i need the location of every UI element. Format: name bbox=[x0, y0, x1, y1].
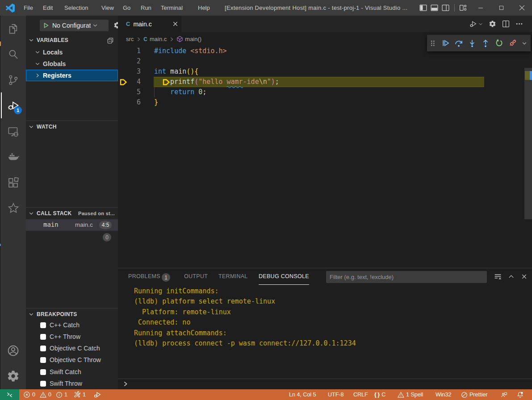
breakpoint-objc-throw[interactable]: Objective C Throw bbox=[26, 354, 118, 366]
menu-file[interactable]: File bbox=[22, 0, 35, 16]
eol-indicator[interactable]: CRLF bbox=[353, 389, 368, 400]
problems-status[interactable]: 0 0 1 bbox=[23, 389, 67, 400]
activitybar-search[interactable] bbox=[0, 41, 26, 67]
activitybar-explorer[interactable] bbox=[0, 16, 26, 42]
debug-continue-button[interactable] bbox=[439, 35, 452, 51]
variables-scope-globals[interactable]: Globals bbox=[26, 58, 118, 70]
console-prompt-chevron-icon[interactable] bbox=[122, 381, 129, 387]
breadcrumb-file[interactable]: main.c bbox=[150, 36, 167, 42]
debug-badge: 1 bbox=[14, 106, 22, 114]
tab-label: main.c bbox=[133, 21, 151, 28]
menu-edit[interactable]: Edit bbox=[41, 0, 54, 16]
panel-tab-output[interactable]: OUTPUT bbox=[184, 268, 208, 284]
watch-section-header[interactable]: WATCH bbox=[26, 121, 118, 133]
chevron-down-icon bbox=[29, 124, 34, 129]
docker-icon bbox=[7, 150, 20, 163]
tasks-status[interactable]: 1 bbox=[73, 389, 86, 400]
activitybar-settings[interactable] bbox=[0, 363, 26, 389]
spell-info-squiggle bbox=[226, 85, 243, 88]
tools-icon bbox=[73, 391, 81, 399]
activitybar-remote-explorer[interactable] bbox=[0, 118, 26, 144]
activitybar-source-control[interactable] bbox=[0, 67, 26, 93]
formatter-status[interactable]: Prettier bbox=[461, 389, 487, 400]
remote-indicator[interactable] bbox=[0, 389, 19, 400]
maximize-button[interactable] bbox=[491, 0, 511, 16]
debug-status[interactable] bbox=[93, 389, 101, 400]
menu-selection[interactable]: Selection bbox=[63, 0, 90, 16]
step-over-icon bbox=[454, 39, 463, 48]
variables-scope-registers[interactable]: Registers bbox=[26, 70, 118, 81]
toggle-sidebar-icon[interactable] bbox=[419, 4, 427, 12]
tab-main-c[interactable]: C main.c bbox=[118, 16, 181, 32]
menu-help[interactable]: Help bbox=[196, 0, 212, 16]
panel-tab-debug-console[interactable]: DEBUG CONSOLE bbox=[259, 268, 309, 285]
debug-step-over-button[interactable] bbox=[452, 35, 465, 51]
debug-restart-button[interactable] bbox=[492, 35, 506, 51]
activitybar-star-extension[interactable] bbox=[0, 195, 26, 221]
platform-indicator[interactable]: Win32 bbox=[436, 389, 451, 400]
call-stack-frame-row[interactable]: main main.c 4:5 bbox=[26, 219, 118, 231]
cursor-position[interactable]: Ln 4, Col 5 bbox=[289, 389, 316, 400]
checkbox[interactable] bbox=[40, 322, 46, 328]
console-input-separator bbox=[118, 379, 532, 379]
breadcrumb-folder[interactable]: src bbox=[126, 36, 134, 42]
code-editor[interactable]: 1 #include <stdio.h> 2 3 int main(){ 4 p… bbox=[118, 46, 532, 268]
console-filter-input[interactable] bbox=[326, 271, 487, 283]
breakpoints-section-header[interactable]: BREAKPOINTS bbox=[26, 308, 118, 320]
spell-checker-status[interactable]: 1 Spell bbox=[398, 389, 423, 400]
encoding-indicator[interactable]: UTF-8 bbox=[328, 389, 343, 400]
activitybar-extensions[interactable] bbox=[0, 170, 26, 196]
feedback-item[interactable] bbox=[500, 389, 508, 400]
debug-step-into-button[interactable] bbox=[465, 35, 479, 51]
checkbox[interactable] bbox=[40, 381, 46, 387]
notifications-item[interactable] bbox=[516, 389, 524, 400]
call-stack-section-header[interactable]: CALL STACK Paused on st... bbox=[26, 208, 118, 219]
variables-section-header[interactable]: VARIABLES bbox=[26, 34, 118, 46]
debug-sessions-dropdown[interactable] bbox=[519, 35, 530, 51]
breakpoint-swift-catch[interactable]: Swift Catch bbox=[26, 366, 118, 378]
run-or-debug-button[interactable] bbox=[469, 20, 483, 28]
checkbox[interactable] bbox=[40, 357, 46, 363]
breakpoint-swift-throw[interactable]: Swift Throw bbox=[26, 378, 118, 389]
close-window-button[interactable] bbox=[511, 0, 532, 16]
debug-config-dropdown[interactable]: No Configurat bbox=[40, 20, 109, 31]
maximize-panel-icon[interactable] bbox=[508, 273, 515, 280]
collapse-all-icon[interactable] bbox=[107, 38, 113, 44]
debug-disconnect-button[interactable] bbox=[506, 35, 519, 51]
checkbox[interactable] bbox=[40, 346, 46, 351]
checkbox[interactable] bbox=[40, 334, 46, 340]
breadcrumb-symbol[interactable]: main() bbox=[185, 36, 201, 42]
menu-go[interactable]: Go bbox=[121, 0, 132, 16]
editor-gear-icon[interactable] bbox=[489, 20, 496, 28]
debug-step-out-button[interactable] bbox=[479, 35, 492, 51]
panel-tab-problems[interactable]: PROBLEMS bbox=[128, 268, 160, 284]
minimize-button[interactable] bbox=[470, 0, 491, 16]
split-editor-icon[interactable] bbox=[502, 20, 510, 28]
variables-scope-locals[interactable]: Locals bbox=[26, 46, 118, 58]
menu-view[interactable]: View bbox=[100, 0, 116, 16]
checkbox[interactable] bbox=[40, 369, 46, 375]
breakpoint-cpp-catch[interactable]: C++ Catch bbox=[26, 319, 118, 331]
menu-run[interactable]: Run bbox=[139, 0, 153, 16]
activitybar-accounts[interactable] bbox=[0, 338, 26, 363]
toolbar-drag-grip[interactable] bbox=[427, 35, 439, 51]
debug-settings-gear-icon[interactable] bbox=[113, 21, 118, 29]
clear-console-icon[interactable] bbox=[494, 273, 502, 280]
close-panel-icon[interactable] bbox=[521, 273, 528, 280]
language-mode[interactable]: { } C bbox=[374, 389, 385, 400]
activitybar-run-and-debug[interactable]: 1 bbox=[0, 92, 26, 118]
menu-terminal[interactable]: Terminal bbox=[159, 0, 184, 16]
toggle-panel-icon[interactable] bbox=[431, 4, 438, 12]
warning-count: 0 bbox=[48, 392, 51, 398]
editor-scrollbar[interactable] bbox=[524, 68, 532, 219]
more-actions-icon[interactable] bbox=[515, 20, 523, 28]
breakpoint-cpp-throw[interactable]: C++ Throw bbox=[26, 331, 118, 342]
bottom-panel: PROBLEMS 1 OUTPUT TERMINAL DEBUG CONSOLE… bbox=[118, 268, 532, 389]
remote-explorer-icon bbox=[7, 125, 19, 138]
panel-tab-terminal[interactable]: TERMINAL bbox=[218, 268, 248, 284]
activitybar-docker[interactable] bbox=[0, 144, 26, 170]
toggle-secondary-sidebar-icon[interactable] bbox=[442, 4, 449, 12]
close-tab-icon[interactable] bbox=[172, 21, 179, 27]
breakpoint-objc-catch[interactable]: Objective C Catch bbox=[26, 342, 118, 354]
customize-layout-icon[interactable] bbox=[459, 4, 467, 12]
